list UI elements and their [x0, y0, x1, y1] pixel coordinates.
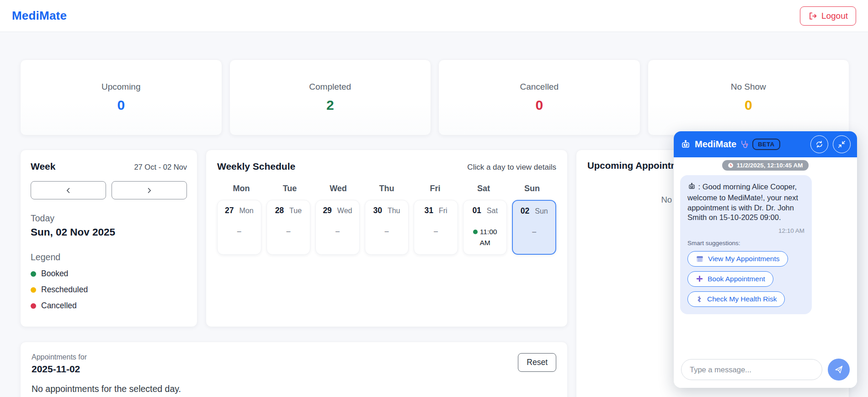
day-cell-sun-selected[interactable]: 02 Sun – — [512, 200, 556, 255]
prev-week-button[interactable] — [31, 181, 106, 199]
caduceus-icon — [696, 295, 703, 303]
robot-icon — [680, 139, 691, 150]
cell-empty-dash: – — [385, 227, 389, 236]
brand-logo[interactable]: MediMate — [12, 9, 67, 23]
suggestion-label: Book Appointment — [708, 275, 765, 283]
weekly-schedule-title: Weekly Schedule — [217, 161, 295, 172]
next-week-button[interactable] — [112, 181, 187, 199]
cell-day: Sat — [487, 207, 498, 215]
weekly-schedule-hint: Click a day to view details — [467, 163, 556, 172]
chat-widget: MediMate BETA — [674, 131, 857, 388]
bot-message-bubble: : Good morning Alice Cooper, welcome to … — [680, 175, 812, 314]
chat-input-bar — [674, 352, 857, 388]
stat-card-cancelled: Cancelled 0 — [438, 59, 640, 135]
view-my-appointments-button[interactable]: View My Appointments — [687, 251, 788, 267]
day-cell-thu[interactable]: 30 Thu – — [365, 200, 409, 255]
clock-icon — [728, 162, 734, 168]
day-name: Wed — [314, 184, 362, 193]
appointments-for-label: Appointments for — [32, 353, 87, 361]
today-label: Today — [31, 213, 187, 224]
cell-empty-dash: – — [286, 227, 290, 236]
stat-label: Cancelled — [520, 82, 559, 92]
cell-empty-dash: – — [532, 228, 536, 236]
stats-row: Upcoming 0 Completed 2 Cancelled 0 No Sh… — [20, 59, 849, 135]
chat-title: MediMate — [695, 139, 736, 150]
stat-label: Upcoming — [101, 82, 141, 92]
stat-value: 0 — [117, 97, 125, 113]
cancelled-dot-icon — [31, 303, 36, 309]
chat-minimize-button[interactable] — [833, 135, 851, 153]
day-cell-tue[interactable]: 28 Tue – — [266, 200, 311, 255]
day-name: Tue — [266, 184, 314, 193]
stat-value: 0 — [535, 97, 543, 113]
cell-date: 30 — [373, 206, 382, 215]
stat-label: Completed — [309, 82, 351, 92]
legend-text: Rescheduled — [41, 285, 88, 295]
cell-day: Fri — [439, 207, 447, 215]
chat-message-area: 11/2/2025, 12:10:45 AM : Good morning Al… — [674, 157, 857, 352]
chat-header: MediMate BETA — [674, 131, 857, 157]
robot-icon — [687, 182, 696, 193]
cell-empty-dash: – — [434, 227, 438, 236]
chat-message-input[interactable] — [681, 359, 822, 380]
calendar-icon — [696, 255, 704, 263]
day-name: Fri — [411, 184, 459, 193]
weekly-schedule-card: Weekly Schedule Click a day to view deta… — [206, 150, 568, 327]
suggestion-label: View My Appointments — [708, 255, 780, 263]
logout-icon — [808, 11, 817, 21]
cell-day: Sun — [535, 207, 548, 215]
day-cells-row: 27 Mon – 28 Tue – 29 Wed — [217, 200, 556, 255]
stat-value: 2 — [326, 97, 334, 113]
chevron-right-icon — [145, 186, 154, 195]
day-cell-wed[interactable]: 29 Wed – — [315, 200, 360, 255]
chat-timestamp-text: 11/2/2025, 12:10:45 AM — [736, 162, 803, 169]
send-button[interactable] — [828, 359, 850, 381]
top-bar: MediMate Logout — [0, 0, 868, 32]
stat-card-no-show: No Show 0 — [648, 59, 850, 135]
day-cell-mon[interactable]: 27 Mon – — [217, 200, 261, 255]
check-health-risk-button[interactable]: Check My Health Risk — [687, 291, 785, 307]
medimate-dashboard: MediMate Logout Upcoming 0 Completed 2 C… — [0, 0, 868, 397]
day-cell-sat[interactable]: 01 Sat 11:00 AM — [463, 200, 507, 255]
stethoscope-icon — [740, 140, 749, 149]
send-icon — [834, 365, 844, 375]
cell-date: 28 — [275, 206, 284, 215]
rescheduled-dot-icon — [31, 287, 36, 293]
booked-dot-icon — [31, 271, 36, 277]
appointment-time[interactable]: 11:00 AM — [480, 228, 497, 247]
day-cell-fri[interactable]: 31 Fri – — [414, 200, 458, 255]
cell-date: 02 — [521, 206, 529, 216]
cell-date: 29 — [323, 206, 331, 215]
stat-value: 0 — [745, 97, 752, 113]
legend-text: Cancelled — [41, 301, 77, 311]
logout-button[interactable]: Logout — [800, 6, 856, 26]
day-name: Sat — [459, 184, 508, 193]
cell-date: 27 — [225, 206, 234, 215]
day-name: Mon — [217, 184, 266, 193]
today-date: Sun, 02 Nov 2025 — [31, 226, 187, 238]
legend-item-booked: Booked — [31, 269, 187, 279]
smart-suggestions-label: Smart suggestions: — [687, 240, 804, 247]
cell-date: 31 — [425, 206, 433, 215]
message-time: 12:10 AM — [687, 227, 804, 234]
day-name: Thu — [362, 184, 411, 193]
stat-card-upcoming: Upcoming 0 — [20, 59, 222, 135]
cell-day: Tue — [289, 207, 302, 215]
week-range: 27 Oct - 02 Nov — [134, 163, 187, 172]
day-name: Sun — [508, 184, 556, 193]
appointments-for-date: 2025-11-02 — [32, 364, 87, 375]
appointments-for-card: Appointments for 2025-11-02 Reset No app… — [20, 342, 568, 397]
cell-empty-dash: – — [237, 227, 241, 236]
book-appointment-button[interactable]: Book Appointment — [687, 271, 773, 287]
chat-refresh-button[interactable] — [810, 135, 828, 153]
cell-empty-dash: – — [335, 227, 340, 236]
chevron-left-icon — [64, 186, 73, 195]
collapse-icon — [837, 140, 846, 149]
week-title: Week — [31, 161, 55, 172]
reset-button[interactable]: Reset — [518, 353, 556, 372]
legend-item-rescheduled: Rescheduled — [31, 285, 187, 295]
cell-day: Wed — [337, 207, 352, 215]
bot-message-text: : Good morning Alice Cooper, welcome to … — [687, 182, 798, 221]
booked-dot-icon — [473, 230, 478, 234]
day-names-row: Mon Tue Wed Thu Fri Sat Sun — [217, 184, 556, 193]
